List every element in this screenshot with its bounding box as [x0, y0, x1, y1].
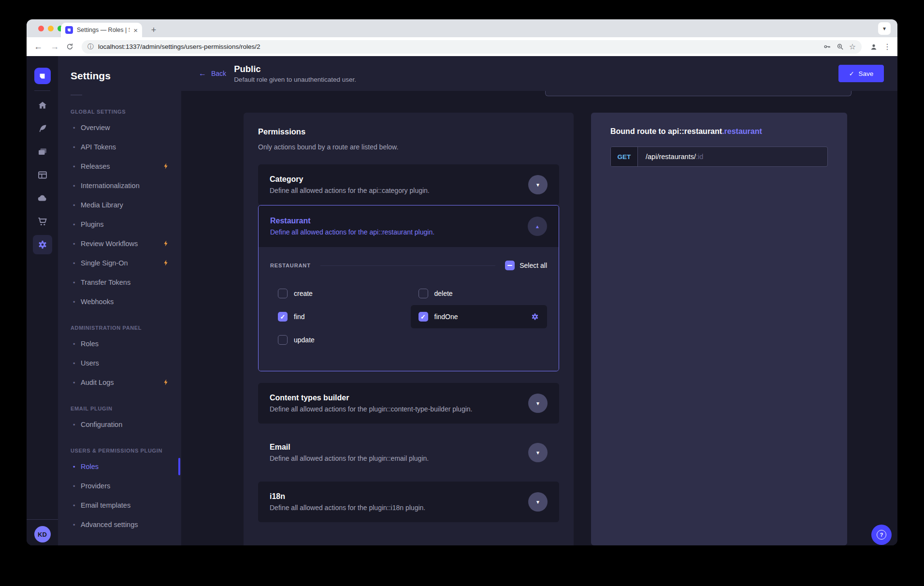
strapi-app: KD Settings GLOBAL SETTINGS Overview API…	[27, 56, 897, 545]
home-icon[interactable]	[33, 96, 52, 115]
sidebar-item-providers[interactable]: Providers	[58, 476, 181, 496]
browser-window: Settings — Roles | Strapi × + ▾ ← → ⓘ lo…	[27, 19, 897, 545]
caret-down-icon: ▼	[535, 499, 540, 505]
accordion-content-types-builder[interactable]: Content types builder Define all allowed…	[258, 383, 559, 424]
browser-back-icon[interactable]: ←	[32, 42, 44, 52]
bound-route-title: Bound route to api::restaurant.restauran…	[610, 127, 828, 136]
cloud-icon[interactable]	[33, 189, 52, 208]
reload-icon[interactable]	[65, 43, 74, 51]
accordion-i18n[interactable]: i18n Define all allowed actions for the …	[258, 482, 559, 522]
expand-toggle-button[interactable]: ▼	[528, 394, 548, 413]
profile-icon[interactable]	[869, 43, 878, 51]
content-type-builder-layout-icon[interactable]	[33, 165, 52, 185]
back-link[interactable]: ← Back	[199, 69, 226, 78]
sidebar-item-webhooks[interactable]: Webhooks	[58, 292, 181, 311]
caret-up-icon: ▲	[535, 224, 540, 229]
strapi-logo[interactable]	[34, 68, 51, 84]
expand-toggle-button[interactable]: ▼	[528, 443, 548, 462]
minimize-window-button[interactable]	[48, 26, 54, 31]
collapse-toggle-button[interactable]: ▲	[528, 217, 547, 236]
sidebar-item-internationalization[interactable]: Internationalization	[58, 176, 181, 195]
accordion-email[interactable]: Email Define all allowed actions for the…	[258, 432, 559, 473]
media-library-images-icon[interactable]	[33, 142, 52, 161]
tab-search-chevron-icon[interactable]: ▾	[878, 22, 891, 35]
url-text: localhost:1337/admin/settings/users-perm…	[98, 43, 819, 50]
caret-down-icon: ▼	[535, 450, 540, 455]
help-button[interactable]: ?	[871, 525, 892, 545]
create-checkbox[interactable]	[278, 289, 288, 298]
bookmark-star-icon[interactable]: ☆	[849, 42, 856, 51]
accordion-title: Email	[270, 443, 429, 452]
sidebar-item-transfer-tokens[interactable]: Transfer Tokens	[58, 273, 181, 292]
section-label-users-permissions-plugin: USERS & PERMISSIONS PLUGIN	[58, 447, 181, 454]
url-bar[interactable]: ⓘ localhost:1337/admin/settings/users-pe…	[82, 40, 862, 54]
sidebar-item-plugins[interactable]: Plugins	[58, 215, 181, 234]
caret-down-icon: ▼	[535, 401, 540, 406]
close-window-button[interactable]	[38, 26, 44, 31]
tab-close-icon[interactable]: ×	[133, 27, 138, 34]
select-all-control[interactable]: Select all	[505, 261, 547, 270]
accordion-title: Content types builder	[270, 394, 472, 402]
sidebar-item-users[interactable]: Users	[58, 353, 181, 373]
new-tab-button[interactable]: +	[147, 24, 160, 36]
browser-menu-icon[interactable]: ⋮	[883, 42, 892, 51]
sidebar-item-admin-roles[interactable]: Roles	[58, 334, 181, 353]
active-item-indicator	[178, 458, 180, 475]
find-checkbox[interactable]: ✓	[278, 312, 288, 322]
tab-title: Settings — Roles | Strapi	[77, 27, 130, 33]
sidebar-item-email-templates[interactable]: Email templates	[58, 496, 181, 515]
sidebar-item-overview[interactable]: Overview	[58, 118, 181, 137]
rail-divider	[34, 90, 50, 91]
delete-checkbox[interactable]	[419, 289, 428, 298]
accordion-category[interactable]: Category Define all allowed actions for …	[258, 164, 559, 205]
sidebar-item-media-library[interactable]: Media Library	[58, 195, 181, 215]
marketplace-cart-icon[interactable]	[33, 212, 52, 231]
bound-route-panel: Bound route to api::restaurant.restauran…	[591, 113, 847, 545]
update-checkbox[interactable]	[278, 335, 288, 345]
findone-checkbox[interactable]: ✓	[419, 312, 428, 322]
save-button[interactable]: ✓ Save	[838, 65, 884, 82]
accordion-restaurant-header[interactable]: Restaurant Define all allowed actions fo…	[259, 205, 559, 247]
permissions-title: Permissions	[258, 127, 559, 136]
accordion-description: Define all allowed actions for the plugi…	[270, 504, 425, 512]
nav-rail: KD	[27, 56, 58, 545]
sidebar-item-api-tokens[interactable]: API Tokens	[58, 137, 181, 157]
zoom-icon[interactable]	[836, 43, 845, 51]
settings-cog-icon[interactable]	[531, 312, 539, 321]
sidebar-item-advanced-settings[interactable]: Advanced settings	[58, 515, 181, 534]
page-title: Public	[234, 64, 356, 74]
content-manager-feather-icon[interactable]	[33, 119, 52, 138]
sidebar-item-single-sign-on[interactable]: Single Sign-On	[58, 253, 181, 273]
browser-tab[interactable]: Settings — Roles | Strapi ×	[61, 23, 142, 37]
password-key-icon[interactable]	[823, 43, 832, 51]
user-avatar[interactable]: KD	[34, 526, 51, 542]
check-icon: ✓	[280, 313, 286, 321]
permission-create[interactable]: create	[270, 282, 407, 305]
caret-down-icon: ▼	[535, 182, 540, 188]
permission-delete[interactable]: delete	[411, 282, 548, 305]
main-content: ← Back Public Default role given to unau…	[181, 56, 897, 545]
permission-update[interactable]: update	[270, 328, 407, 352]
accordion-description: Define all allowed actions for the plugi…	[270, 454, 429, 462]
sidebar-item-audit-logs[interactable]: Audit Logs	[58, 373, 181, 392]
permission-findone[interactable]: ✓ findOne	[411, 305, 548, 328]
lightning-icon	[162, 240, 170, 247]
site-info-icon[interactable]: ⓘ	[87, 43, 94, 51]
expand-toggle-button[interactable]: ▼	[528, 175, 548, 194]
sidebar-item-releases[interactable]: Releases	[58, 157, 181, 176]
sidebar-item-up-roles[interactable]: Roles	[58, 457, 181, 476]
route-endpoint-field[interactable]: GET /api/restaurants/:id	[610, 146, 828, 167]
permission-find[interactable]: ✓ find	[270, 305, 407, 328]
strapi-favicon-icon	[65, 26, 73, 34]
sidebar-item-configuration[interactable]: Configuration	[58, 415, 181, 434]
browser-forward-icon[interactable]: →	[49, 42, 60, 52]
permission-label: find	[294, 313, 305, 321]
sidebar-item-review-workflows[interactable]: Review Workflows	[58, 234, 181, 253]
select-all-checkbox[interactable]	[505, 261, 515, 270]
save-label: Save	[859, 70, 874, 77]
accordion-description: Define all allowed actions for the api::…	[270, 187, 430, 194]
permission-label: findOne	[434, 313, 458, 321]
section-label-email-plugin: EMAIL PLUGIN	[58, 405, 181, 412]
settings-gear-icon[interactable]	[33, 235, 52, 254]
expand-toggle-button[interactable]: ▼	[528, 492, 548, 512]
